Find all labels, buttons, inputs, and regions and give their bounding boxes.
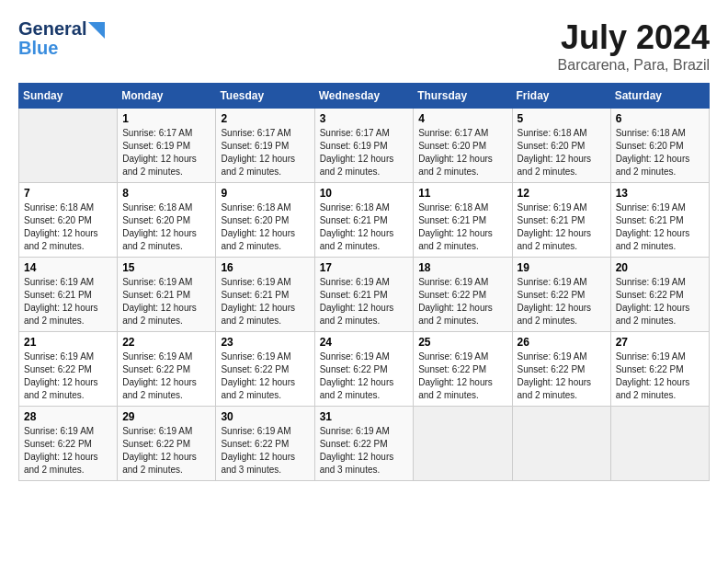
- day-info: Sunrise: 6:18 AMSunset: 6:21 PMDaylight:…: [418, 201, 506, 253]
- week-row-2: 7Sunrise: 6:18 AMSunset: 6:20 PMDaylight…: [19, 183, 710, 258]
- calendar-cell: 21Sunrise: 6:19 AMSunset: 6:22 PMDayligh…: [19, 332, 118, 407]
- column-header-saturday: Saturday: [610, 84, 709, 109]
- calendar-cell: 14Sunrise: 6:19 AMSunset: 6:21 PMDayligh…: [19, 258, 118, 332]
- day-number: 9: [221, 187, 309, 200]
- day-info: Sunrise: 6:18 AMSunset: 6:20 PMDaylight:…: [518, 127, 606, 178]
- day-info: Sunrise: 6:18 AMSunset: 6:20 PMDaylight:…: [122, 201, 210, 253]
- day-info: Sunrise: 6:19 AMSunset: 6:22 PMDaylight:…: [418, 276, 506, 327]
- calendar-cell: 6Sunrise: 6:18 AMSunset: 6:20 PMDaylight…: [610, 109, 709, 183]
- week-row-4: 21Sunrise: 6:19 AMSunset: 6:22 PMDayligh…: [19, 332, 710, 407]
- logo-blue: Blue: [18, 38, 105, 59]
- day-number: 24: [320, 336, 409, 349]
- day-info: Sunrise: 6:19 AMSunset: 6:21 PMDaylight:…: [518, 201, 606, 253]
- svg-marker-0: [88, 22, 105, 39]
- day-info: Sunrise: 6:17 AMSunset: 6:19 PMDaylight:…: [320, 127, 409, 178]
- calendar-cell: 25Sunrise: 6:19 AMSunset: 6:22 PMDayligh…: [414, 332, 512, 407]
- calendar-table: SundayMondayTuesdayWednesdayThursdayFrid…: [18, 83, 710, 481]
- day-number: 26: [518, 336, 606, 349]
- calendar-cell: 28Sunrise: 6:19 AMSunset: 6:22 PMDayligh…: [19, 407, 118, 481]
- calendar-cell: [414, 407, 512, 481]
- calendar-cell: 19Sunrise: 6:19 AMSunset: 6:22 PMDayligh…: [512, 258, 610, 332]
- day-number: 19: [518, 261, 606, 274]
- calendar-cell: 31Sunrise: 6:19 AMSunset: 6:22 PMDayligh…: [314, 407, 414, 481]
- day-number: 15: [122, 261, 210, 274]
- week-row-5: 28Sunrise: 6:19 AMSunset: 6:22 PMDayligh…: [19, 407, 710, 481]
- day-number: 30: [221, 410, 309, 423]
- calendar-cell: 26Sunrise: 6:19 AMSunset: 6:22 PMDayligh…: [512, 332, 610, 407]
- calendar-cell: 30Sunrise: 6:19 AMSunset: 6:22 PMDayligh…: [216, 407, 314, 481]
- day-number: 18: [418, 261, 506, 274]
- day-number: 6: [616, 112, 704, 125]
- calendar-cell: 2Sunrise: 6:17 AMSunset: 6:19 PMDaylight…: [216, 109, 314, 183]
- calendar-cell: [610, 407, 709, 481]
- column-header-monday: Monday: [118, 84, 216, 109]
- month-year: July 2024: [558, 18, 710, 57]
- day-number: 27: [616, 336, 704, 349]
- calendar-cell: 5Sunrise: 6:18 AMSunset: 6:20 PMDaylight…: [512, 109, 610, 183]
- day-number: 4: [418, 112, 506, 125]
- calendar-cell: 4Sunrise: 6:17 AMSunset: 6:20 PMDaylight…: [414, 109, 512, 183]
- calendar-cell: 16Sunrise: 6:19 AMSunset: 6:21 PMDayligh…: [216, 258, 314, 332]
- day-info: Sunrise: 6:19 AMSunset: 6:21 PMDaylight:…: [616, 201, 704, 253]
- column-header-thursday: Thursday: [414, 84, 512, 109]
- day-number: 1: [122, 112, 210, 125]
- calendar-cell: 9Sunrise: 6:18 AMSunset: 6:20 PMDaylight…: [216, 183, 314, 258]
- column-header-tuesday: Tuesday: [216, 84, 314, 109]
- day-info: Sunrise: 6:17 AMSunset: 6:19 PMDaylight:…: [221, 127, 309, 178]
- week-row-1: 1Sunrise: 6:17 AMSunset: 6:19 PMDaylight…: [19, 109, 710, 183]
- day-number: 11: [418, 187, 506, 200]
- day-number: 21: [24, 336, 112, 349]
- day-info: Sunrise: 6:18 AMSunset: 6:20 PMDaylight:…: [616, 127, 704, 178]
- logo-general: General: [18, 18, 86, 40]
- day-number: 5: [518, 112, 606, 125]
- day-number: 29: [122, 410, 210, 423]
- day-info: Sunrise: 6:19 AMSunset: 6:21 PMDaylight:…: [320, 276, 409, 327]
- day-info: Sunrise: 6:19 AMSunset: 6:22 PMDaylight:…: [24, 350, 112, 402]
- day-info: Sunrise: 6:18 AMSunset: 6:21 PMDaylight:…: [320, 201, 409, 253]
- title-section: July 2024 Barcarena, Para, Brazil: [558, 18, 710, 74]
- calendar-cell: [512, 407, 610, 481]
- calendar-cell: 15Sunrise: 6:19 AMSunset: 6:21 PMDayligh…: [118, 258, 216, 332]
- day-number: 31: [320, 410, 409, 423]
- day-info: Sunrise: 6:17 AMSunset: 6:19 PMDaylight:…: [122, 127, 210, 178]
- day-info: Sunrise: 6:19 AMSunset: 6:22 PMDaylight:…: [122, 425, 210, 477]
- calendar-cell: 29Sunrise: 6:19 AMSunset: 6:22 PMDayligh…: [118, 407, 216, 481]
- day-info: Sunrise: 6:17 AMSunset: 6:20 PMDaylight:…: [418, 127, 506, 178]
- calendar-cell: 3Sunrise: 6:17 AMSunset: 6:19 PMDaylight…: [314, 109, 414, 183]
- day-info: Sunrise: 6:19 AMSunset: 6:22 PMDaylight:…: [221, 425, 309, 477]
- day-number: 14: [24, 261, 112, 274]
- day-info: Sunrise: 6:19 AMSunset: 6:22 PMDaylight:…: [320, 350, 409, 402]
- column-header-wednesday: Wednesday: [314, 84, 414, 109]
- calendar-cell: [19, 109, 118, 183]
- column-header-friday: Friday: [512, 84, 610, 109]
- calendar-cell: 12Sunrise: 6:19 AMSunset: 6:21 PMDayligh…: [512, 183, 610, 258]
- day-info: Sunrise: 6:19 AMSunset: 6:21 PMDaylight:…: [24, 276, 112, 327]
- calendar-cell: 23Sunrise: 6:19 AMSunset: 6:22 PMDayligh…: [216, 332, 314, 407]
- day-number: 25: [418, 336, 506, 349]
- day-info: Sunrise: 6:19 AMSunset: 6:22 PMDaylight:…: [122, 350, 210, 402]
- calendar-cell: 27Sunrise: 6:19 AMSunset: 6:22 PMDayligh…: [610, 332, 709, 407]
- day-info: Sunrise: 6:19 AMSunset: 6:22 PMDaylight:…: [518, 276, 606, 327]
- day-number: 13: [616, 187, 704, 200]
- day-info: Sunrise: 6:19 AMSunset: 6:22 PMDaylight:…: [24, 425, 112, 477]
- day-info: Sunrise: 6:19 AMSunset: 6:22 PMDaylight:…: [616, 350, 704, 402]
- day-info: Sunrise: 6:19 AMSunset: 6:22 PMDaylight:…: [221, 350, 309, 402]
- day-number: 3: [320, 112, 409, 125]
- calendar-cell: 10Sunrise: 6:18 AMSunset: 6:21 PMDayligh…: [314, 183, 414, 258]
- location: Barcarena, Para, Brazil: [558, 57, 710, 74]
- day-number: 23: [221, 336, 309, 349]
- calendar-cell: 17Sunrise: 6:19 AMSunset: 6:21 PMDayligh…: [314, 258, 414, 332]
- day-number: 2: [221, 112, 309, 125]
- day-number: 16: [221, 261, 309, 274]
- calendar-cell: 22Sunrise: 6:19 AMSunset: 6:22 PMDayligh…: [118, 332, 216, 407]
- calendar-cell: 24Sunrise: 6:19 AMSunset: 6:22 PMDayligh…: [314, 332, 414, 407]
- calendar-cell: 13Sunrise: 6:19 AMSunset: 6:21 PMDayligh…: [610, 183, 709, 258]
- day-number: 22: [122, 336, 210, 349]
- calendar-header-row: SundayMondayTuesdayWednesdayThursdayFrid…: [19, 84, 710, 109]
- calendar-cell: 20Sunrise: 6:19 AMSunset: 6:22 PMDayligh…: [610, 258, 709, 332]
- day-number: 28: [24, 410, 112, 423]
- column-header-sunday: Sunday: [19, 84, 118, 109]
- calendar-cell: 8Sunrise: 6:18 AMSunset: 6:20 PMDaylight…: [118, 183, 216, 258]
- day-info: Sunrise: 6:19 AMSunset: 6:22 PMDaylight:…: [518, 350, 606, 402]
- day-info: Sunrise: 6:19 AMSunset: 6:21 PMDaylight:…: [122, 276, 210, 327]
